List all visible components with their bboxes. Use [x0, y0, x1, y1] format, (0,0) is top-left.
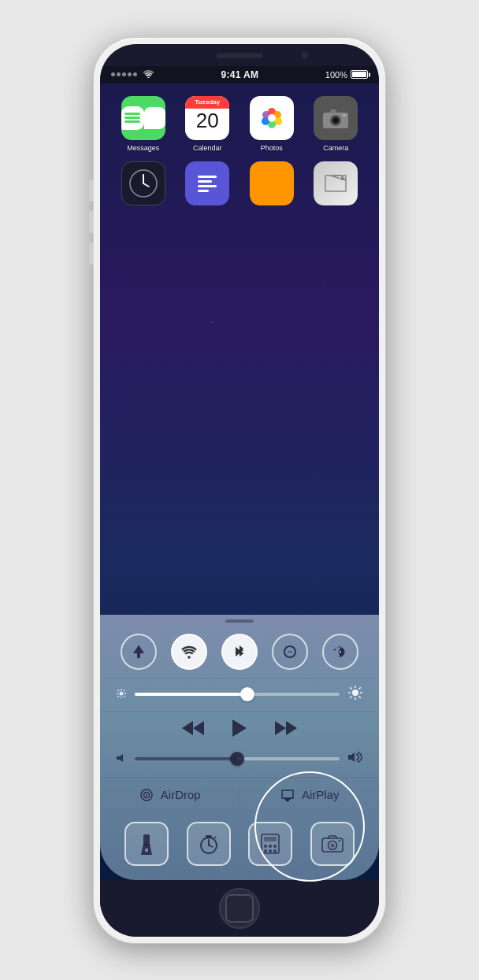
rotation-toggle[interactable]: [322, 634, 358, 670]
svg-line-35: [124, 690, 124, 690]
calculator-button[interactable]: [248, 822, 292, 866]
svg-point-11: [333, 118, 338, 123]
svg-line-33: [124, 696, 124, 697]
svg-point-70: [269, 849, 272, 852]
svg-line-32: [118, 690, 119, 690]
home-button-inner: [225, 894, 254, 923]
timer-button[interactable]: [187, 822, 231, 866]
airplane-toggle[interactable]: [121, 634, 157, 670]
messages-icon[interactable]: [121, 96, 165, 140]
svg-point-74: [330, 843, 334, 847]
svg-point-24: [188, 656, 191, 659]
svg-marker-50: [117, 754, 123, 762]
home-button[interactable]: [219, 888, 260, 929]
svg-rect-65: [264, 837, 277, 841]
bluetooth-toggle[interactable]: [221, 634, 258, 670]
svg-point-66: [264, 845, 267, 848]
svg-rect-58: [145, 849, 148, 852]
svg-line-61: [209, 845, 213, 847]
volume-thumb[interactable]: [230, 752, 244, 766]
home-button-area: [100, 880, 379, 937]
airplay-button[interactable]: AirPlay: [240, 778, 380, 812]
camera-icon[interactable]: [314, 96, 358, 140]
brightness-slider[interactable]: [135, 693, 340, 696]
signal-dot-2: [117, 72, 121, 76]
app-camera[interactable]: Camera: [311, 96, 360, 152]
rewind-button[interactable]: [182, 720, 204, 741]
cc-handle-bar: [225, 619, 254, 623]
svg-point-54: [146, 794, 147, 796]
volume-fill: [135, 757, 237, 760]
partial-icon-4: [314, 161, 358, 205]
volume-min-icon: [116, 753, 127, 766]
app-row-1: Messages Tuesday 20 Calendar: [100, 83, 379, 152]
status-left: [111, 69, 154, 80]
cc-volume: [100, 748, 379, 777]
brightness-max-icon: [347, 685, 363, 704]
brightness-min-icon: [116, 688, 127, 701]
svg-point-26: [340, 651, 341, 653]
cc-handle[interactable]: [100, 615, 379, 626]
svg-marker-45: [193, 721, 204, 735]
svg-marker-47: [232, 719, 247, 737]
svg-rect-18: [198, 180, 212, 183]
status-right: 100%: [325, 70, 368, 80]
svg-point-69: [264, 849, 267, 852]
svg-point-27: [120, 691, 124, 695]
signal-dot-5: [133, 72, 137, 76]
calendar-icon[interactable]: Tuesday 20: [185, 96, 229, 140]
phone-screen: 9:41 AM 100% Messages: [100, 44, 379, 937]
app-calendar[interactable]: Tuesday 20 Calendar: [183, 96, 232, 152]
battery-icon: [351, 70, 368, 79]
app-row-2: [100, 152, 379, 205]
brightness-thumb[interactable]: [240, 687, 254, 701]
svg-rect-17: [198, 176, 217, 178]
photos-icon[interactable]: [250, 96, 294, 140]
dnd-toggle[interactable]: [272, 634, 308, 670]
partial-icon-3: [250, 161, 294, 205]
svg-rect-12: [330, 109, 336, 113]
app-messages[interactable]: Messages: [119, 96, 168, 152]
svg-marker-49: [286, 721, 297, 735]
control-center: AirDrop AirPlay: [100, 615, 379, 880]
cc-tools: [100, 812, 379, 880]
flashlight-button[interactable]: [124, 822, 169, 866]
svg-point-36: [352, 690, 358, 696]
cc-media-controls: [100, 712, 379, 748]
calendar-date: 20: [196, 110, 219, 131]
fastforward-button[interactable]: [275, 720, 297, 741]
camera-quick-button[interactable]: [310, 822, 355, 866]
battery-percent: 100%: [325, 70, 347, 80]
svg-point-0: [147, 77, 149, 78]
airplay-label: AirPlay: [302, 788, 340, 801]
svg-point-71: [273, 849, 277, 852]
svg-marker-55: [284, 798, 291, 802]
cc-toggles: [100, 626, 379, 678]
volume-slider[interactable]: [135, 757, 340, 760]
svg-rect-13: [343, 114, 346, 116]
svg-point-68: [273, 845, 277, 848]
svg-line-41: [350, 687, 351, 689]
play-button[interactable]: [232, 719, 247, 741]
wifi-toggle[interactable]: [171, 634, 207, 670]
svg-rect-56: [143, 834, 150, 845]
wifi-status-icon: [143, 69, 154, 80]
svg-point-7: [268, 114, 276, 122]
svg-marker-48: [275, 721, 286, 735]
camera-label: Camera: [323, 144, 348, 152]
svg-line-44: [359, 687, 361, 689]
clock-icon[interactable]: [121, 161, 165, 205]
app-partial-4: [311, 161, 360, 205]
app-photos[interactable]: Photos: [247, 96, 296, 152]
status-bar: 9:41 AM 100%: [100, 66, 379, 83]
svg-point-75: [338, 839, 340, 841]
camera-dot: [302, 52, 308, 58]
signal-dot-1: [111, 72, 115, 76]
airdrop-button[interactable]: AirDrop: [100, 778, 240, 812]
svg-line-16: [143, 183, 149, 187]
app-clock-partial[interactable]: [119, 161, 168, 205]
brightness-fill: [135, 693, 247, 696]
svg-line-43: [350, 696, 351, 697]
svg-point-67: [269, 845, 272, 848]
calendar-label: Calendar: [193, 144, 222, 152]
